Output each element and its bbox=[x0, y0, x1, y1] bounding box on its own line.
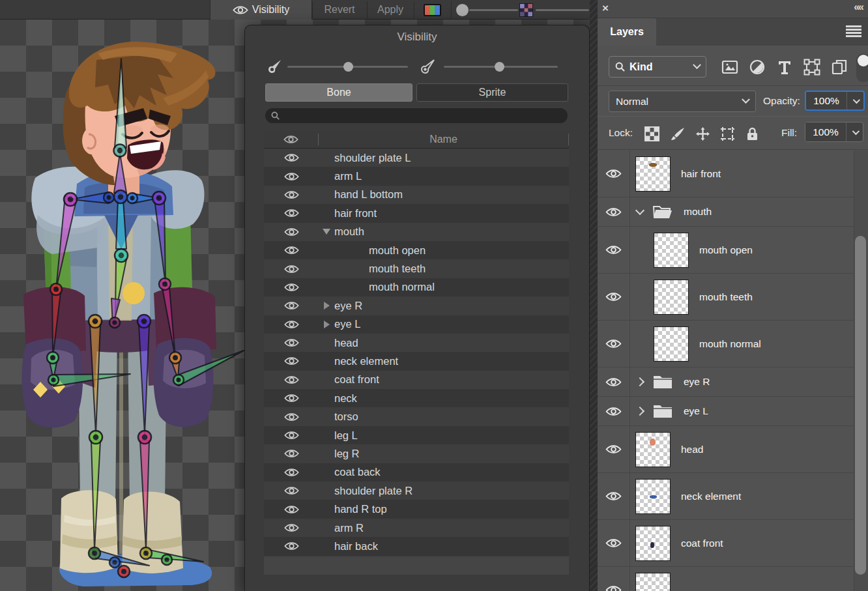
visibility-column-header[interactable] bbox=[264, 134, 319, 145]
tab-layers[interactable]: Layers bbox=[598, 18, 656, 46]
layer-row[interactable]: hair front bbox=[598, 151, 854, 197]
sprite-opacity-panel-knob[interactable] bbox=[495, 62, 504, 72]
layer-thumbnail[interactable] bbox=[654, 233, 689, 268]
row-visibility-toggle[interactable] bbox=[264, 245, 319, 255]
character-sprite-with-bones[interactable] bbox=[0, 20, 244, 591]
visibility-row[interactable]: shoulder plate R bbox=[264, 482, 569, 500]
row-visibility-toggle[interactable] bbox=[264, 375, 319, 385]
sprite-opacity-slider-track[interactable] bbox=[536, 9, 589, 11]
filter-smart-objects-icon[interactable] bbox=[831, 59, 848, 76]
visibility-row[interactable]: coat front bbox=[264, 371, 569, 389]
opacity-field[interactable]: 100% bbox=[805, 91, 865, 111]
layer-visibility-toggle[interactable] bbox=[598, 397, 630, 425]
filter-type-layers-icon[interactable] bbox=[776, 59, 793, 76]
layer-thumbnail[interactable] bbox=[635, 479, 671, 514]
bone-opacity-slider-track[interactable] bbox=[469, 9, 518, 11]
visibility-row[interactable]: leg L bbox=[264, 426, 569, 444]
filtering-toggle[interactable] bbox=[856, 53, 868, 82]
skinning-canvas[interactable]: Visibility Revert Apply bbox=[0, 0, 590, 591]
visibility-row[interactable]: head bbox=[264, 334, 569, 352]
kind-filter-dropdown[interactable]: Kind bbox=[609, 56, 706, 78]
visibility-row[interactable]: arm L bbox=[264, 167, 569, 185]
lock-all-icon[interactable] bbox=[745, 126, 760, 141]
group-disclosure-chevron[interactable] bbox=[635, 377, 644, 386]
disclosure-triangle[interactable] bbox=[319, 229, 334, 235]
lock-transparency-icon[interactable] bbox=[644, 126, 659, 141]
disclosure-triangle[interactable] bbox=[319, 321, 334, 328]
layers-scrollbar-thumb[interactable] bbox=[855, 236, 866, 575]
opacity-dropdown-chevron[interactable] bbox=[846, 92, 863, 109]
layer-row[interactable]: coat front bbox=[598, 520, 854, 567]
layer-visibility-toggle[interactable] bbox=[598, 227, 630, 273]
layer-visibility-toggle[interactable] bbox=[598, 197, 630, 226]
layer-row[interactable]: neck element bbox=[598, 473, 854, 520]
layer-row[interactable]: head bbox=[598, 426, 854, 473]
row-visibility-toggle[interactable] bbox=[264, 430, 319, 440]
filter-shape-layers-icon[interactable] bbox=[803, 59, 820, 76]
visibility-row[interactable]: mouth teeth bbox=[264, 259, 569, 278]
name-column-header[interactable]: Name bbox=[319, 134, 569, 145]
visibility-row[interactable]: arm R bbox=[264, 519, 569, 537]
layer-thumbnail[interactable] bbox=[654, 280, 689, 315]
bone-opacity-panel-knob[interactable] bbox=[343, 62, 353, 72]
sprite-color-swatch-button[interactable] bbox=[424, 4, 441, 16]
tree-header[interactable]: Name bbox=[264, 131, 569, 149]
layer-visibility-toggle[interactable] bbox=[598, 368, 630, 396]
layer-thumbnail[interactable] bbox=[635, 432, 671, 467]
row-visibility-toggle[interactable] bbox=[264, 227, 319, 237]
fill-field[interactable]: 100% bbox=[805, 122, 863, 142]
sprite-mesh-preview-knob[interactable] bbox=[519, 3, 533, 17]
row-visibility-toggle[interactable] bbox=[264, 448, 319, 459]
layer-row[interactable]: mouth teeth bbox=[598, 274, 854, 321]
row-visibility-toggle[interactable] bbox=[264, 523, 319, 533]
visibility-row[interactable]: shoulder plate L bbox=[264, 149, 569, 167]
row-visibility-toggle[interactable] bbox=[264, 467, 319, 478]
visibility-row[interactable]: coat back bbox=[264, 463, 569, 482]
visibility-row[interactable]: hand R top bbox=[264, 500, 569, 518]
panel-menu-icon[interactable] bbox=[846, 25, 861, 37]
layer-thumbnail[interactable] bbox=[635, 573, 671, 591]
group-disclosure-chevron[interactable] bbox=[635, 407, 644, 416]
lock-pixels-brush-icon[interactable] bbox=[671, 126, 686, 141]
fill-dropdown-chevron[interactable] bbox=[846, 123, 863, 141]
blend-mode-dropdown[interactable]: Normal bbox=[609, 91, 756, 112]
group-disclosure-chevron[interactable] bbox=[635, 206, 644, 215]
revert-button[interactable]: Revert bbox=[313, 0, 366, 20]
layer-visibility-toggle[interactable] bbox=[598, 274, 630, 320]
visibility-row[interactable]: hand L bottom bbox=[264, 186, 569, 204]
row-visibility-toggle[interactable] bbox=[264, 485, 319, 496]
visibility-row[interactable]: torso bbox=[264, 407, 569, 425]
lock-artboard-icon[interactable] bbox=[720, 126, 735, 141]
row-visibility-toggle[interactable] bbox=[264, 412, 319, 422]
layer-thumbnail[interactable] bbox=[654, 326, 689, 362]
visibility-row[interactable]: leg R bbox=[264, 444, 569, 463]
layer-thumbnail[interactable] bbox=[635, 156, 671, 192]
row-visibility-toggle[interactable] bbox=[264, 393, 319, 403]
filter-adjustment-layers-icon[interactable] bbox=[749, 59, 766, 76]
layer-visibility-toggle[interactable] bbox=[598, 151, 630, 197]
layer-group-row[interactable]: eye R bbox=[598, 368, 854, 397]
layer-visibility-toggle[interactable] bbox=[598, 473, 630, 519]
layer-group-row[interactable]: eye L bbox=[598, 397, 854, 426]
collapse-panel-icon[interactable]: «« bbox=[854, 1, 863, 13]
filter-pixel-layers-icon[interactable] bbox=[721, 59, 738, 76]
visibility-row[interactable]: mouth open bbox=[264, 241, 569, 259]
row-visibility-toggle[interactable] bbox=[264, 152, 319, 163]
visibility-row[interactable]: eye L bbox=[264, 315, 569, 334]
row-visibility-toggle[interactable] bbox=[264, 319, 319, 330]
search-input[interactable] bbox=[265, 108, 568, 123]
layer-visibility-toggle[interactable] bbox=[598, 567, 630, 591]
disclosure-triangle[interactable] bbox=[319, 302, 334, 310]
tab-sprite[interactable]: Sprite bbox=[416, 83, 568, 102]
row-visibility-toggle[interactable] bbox=[264, 504, 319, 515]
row-visibility-toggle[interactable] bbox=[264, 356, 319, 366]
tab-bone[interactable]: Bone bbox=[265, 83, 412, 102]
layer-row[interactable] bbox=[598, 567, 854, 591]
layer-visibility-toggle[interactable] bbox=[598, 520, 630, 566]
lock-position-icon[interactable] bbox=[695, 126, 710, 141]
layer-visibility-toggle[interactable] bbox=[598, 426, 630, 472]
row-visibility-toggle[interactable] bbox=[264, 264, 319, 274]
bone-opacity-slider-knob[interactable] bbox=[456, 4, 469, 16]
layer-thumbnail[interactable] bbox=[635, 526, 671, 561]
apply-button[interactable]: Apply bbox=[368, 0, 413, 20]
